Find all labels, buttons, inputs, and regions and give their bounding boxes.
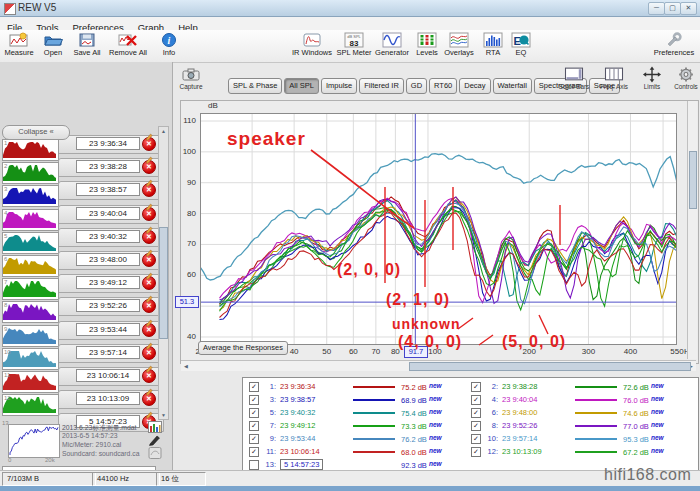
legend-checkbox[interactable]: ✓ — [249, 395, 259, 405]
edit-pencil-icon[interactable] — [145, 173, 154, 191]
measurement-name-field[interactable]: 23 9:38:57 — [76, 183, 140, 196]
legend-checkbox[interactable]: ✓ — [471, 408, 481, 418]
scroll-up-icon[interactable]: ▲ — [159, 128, 168, 134]
graph-control-controls[interactable]: Controls — [668, 66, 700, 90]
chart-v-scrollbar[interactable] — [687, 101, 697, 359]
graph-control-limits[interactable]: Limits — [634, 66, 670, 90]
measurement-thumbnail[interactable]: 5 — [2, 232, 59, 254]
minimize-button[interactable]: ─ — [648, 2, 665, 15]
measurement-name-field[interactable]: 23 9:49:12 — [76, 276, 140, 289]
measurement-name-field[interactable]: 23 10:13:09 — [76, 392, 140, 405]
graph-control-freq-axis[interactable]: Freq. Axis — [596, 66, 632, 90]
measurement-thumbnail[interactable]: 9 — [2, 325, 59, 347]
legend-checkbox[interactable]: ✓ — [471, 447, 481, 457]
toolbar-info-button[interactable]: iInfo — [152, 31, 186, 61]
toolbar-eq-button[interactable]: EEQ — [504, 31, 538, 61]
measurement-thumbnail[interactable]: 11 — [2, 371, 59, 393]
toolbar-preferences-button[interactable]: Preferences — [652, 31, 696, 61]
legend-level: 77.0 dB new — [623, 421, 664, 431]
tab-all-spl[interactable]: All SPL — [284, 78, 319, 94]
measurement-thumbnail[interactable]: 1 — [2, 139, 59, 161]
measurement-thumbnail[interactable]: 7 — [2, 278, 59, 300]
measurement-thumbnail[interactable]: 10 — [2, 348, 59, 370]
legend-checkbox[interactable]: ✓ — [249, 447, 259, 457]
measurement-thumbnail[interactable]: 12 — [2, 394, 59, 416]
toolbar-measure-button[interactable]: Measure — [2, 31, 36, 61]
legend-checkbox[interactable]: ✓ — [471, 421, 481, 431]
edit-pencil-icon[interactable] — [145, 313, 154, 331]
toolbar-label: Overlays — [442, 48, 476, 57]
measurement-name-field[interactable]: 23 9:48:00 — [76, 253, 140, 266]
toolbar-open-button[interactable]: Open — [36, 31, 70, 61]
cal-file-icon[interactable] — [148, 447, 162, 459]
new-badge: new — [651, 434, 664, 441]
measurement-name-field[interactable]: 23 9:52:26 — [76, 299, 140, 312]
maximize-button[interactable]: ▢ — [664, 2, 681, 15]
tab-impulse[interactable]: Impulse — [321, 78, 357, 94]
edit-pencil-icon[interactable] — [145, 382, 154, 400]
edit-pencil-icon[interactable] — [145, 266, 154, 284]
edit-pencil-icon[interactable] — [145, 243, 154, 261]
title-bar[interactable]: REW V5 ─ ▢ ✕ — [0, 0, 700, 17]
measurement-thumbnail[interactable]: 3 — [2, 185, 59, 207]
legend-checkbox[interactable]: ✓ — [249, 382, 259, 392]
tab-filtered-ir[interactable]: Filtered IR — [359, 78, 404, 94]
toolbar-remove-all-button[interactable]: Remove All — [106, 31, 150, 61]
legend-checkbox[interactable]: ✓ — [471, 434, 481, 444]
graph-control-scroll-bars[interactable]: Scroll Bars — [556, 66, 592, 90]
measurement-name-field[interactable]: 23 9:57:14 — [76, 346, 140, 359]
edit-pencil-icon[interactable] — [145, 289, 154, 307]
selected-measurement-thumbnail[interactable] — [8, 424, 60, 458]
measurement-thumbnail[interactable]: 8 — [2, 301, 59, 323]
h-scrollbar-thumb[interactable] — [409, 362, 691, 371]
edit-pencil-icon[interactable] — [145, 127, 154, 145]
legend-checkbox[interactable]: ✓ — [249, 434, 259, 444]
legend-checkbox[interactable]: ✓ — [249, 408, 259, 418]
legend-checkbox[interactable] — [249, 460, 259, 470]
annotation-text: (2, 0, 0) — [337, 261, 401, 279]
edit-pencil-icon[interactable] — [145, 336, 154, 354]
chart-h-scrollbar[interactable]: ◀ ▶ — [181, 360, 696, 371]
frequency-response-icon[interactable] — [148, 421, 162, 433]
measurement-name-field[interactable]: 23 9:40:04 — [76, 207, 140, 220]
legend-checkbox[interactable]: ✓ — [471, 395, 481, 405]
measurement-mic-cal: Mic/Meter: 2910.cal — [62, 441, 154, 448]
toolbar-generator-button[interactable]: Generator — [372, 31, 412, 61]
scrollbar-thumb[interactable] — [159, 227, 168, 339]
tab-waterfall[interactable]: Waterfall — [493, 78, 532, 94]
status-bar: 7/103M B 44100 Hz 16 位 — [0, 470, 700, 487]
measurement-list-scrollbar[interactable]: ▲ ▼ — [158, 126, 169, 420]
tab-spl-phase[interactable]: SPL & Phase — [228, 78, 282, 94]
edit-pencil-icon[interactable] — [145, 197, 154, 215]
toolbar-overlays-button[interactable]: Overlays — [442, 31, 476, 61]
toolbar-levels-button[interactable]: Levels — [410, 31, 444, 61]
capture-button[interactable]: Capture — [176, 66, 206, 96]
measurement-name-field[interactable]: 23 9:38:28 — [76, 160, 140, 173]
toolbar-spl-meter-button[interactable]: dB SPL83SPL Meter — [334, 31, 374, 61]
toolbar-ir-windows-button[interactable]: IR Windows — [292, 31, 332, 61]
measurement-thumbnail[interactable]: 6 — [2, 255, 59, 277]
measurement-name-field[interactable]: 23 9:36:34 — [76, 137, 140, 150]
legend-checkbox[interactable]: ✓ — [249, 421, 259, 431]
v-scrollbar-thumb[interactable] — [689, 151, 697, 209]
tab-decay[interactable]: Decay — [459, 78, 490, 94]
measurement-thumbnail[interactable]: 4 — [2, 209, 59, 231]
measurement-thumbnail[interactable]: 2 — [2, 162, 59, 184]
tab-gd[interactable]: GD — [406, 78, 427, 94]
edit-pencil-icon[interactable] — [145, 359, 154, 377]
tab-rt60[interactable]: RT60 — [429, 78, 457, 94]
legend-checkbox[interactable]: ✓ — [471, 382, 481, 392]
scroll-left-icon[interactable]: ◀ — [183, 363, 189, 369]
legend-number: 7: — [260, 421, 276, 430]
measurement-name-field[interactable]: 23 10:06:14 — [76, 369, 140, 382]
toolbar-save-all-button[interactable]: Save All — [70, 31, 104, 61]
edit-pencil-icon[interactable] — [145, 150, 154, 168]
measurement-name-field[interactable]: 23 9:53:44 — [76, 323, 140, 336]
scroll-down-icon[interactable]: ▼ — [159, 412, 168, 418]
edit-pencil-icon[interactable] — [145, 220, 154, 238]
measurement-name-field[interactable]: 23 9:40:32 — [76, 230, 140, 243]
edit-notes-icon[interactable] — [148, 434, 162, 446]
close-button[interactable]: ✕ — [680, 2, 697, 15]
average-responses-button[interactable]: Average the Responses — [198, 341, 288, 355]
collapse-panel-button[interactable]: Collapse « — [2, 125, 70, 140]
